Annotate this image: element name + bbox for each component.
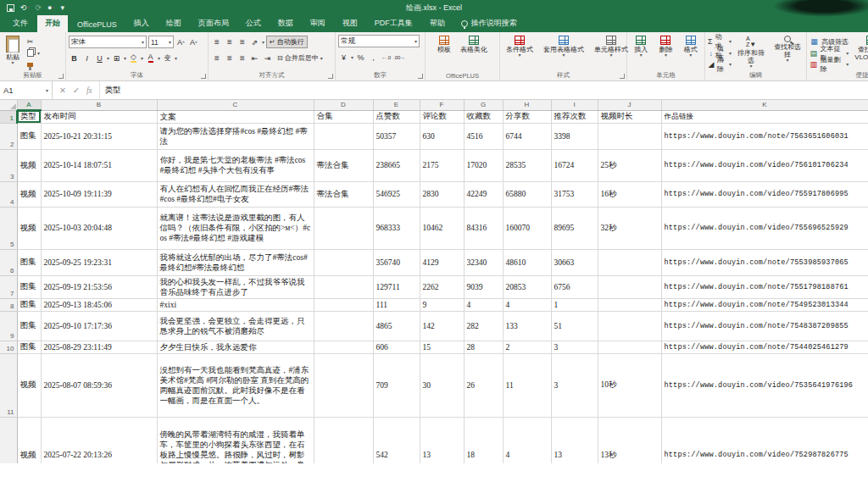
col-header-D[interactable]: D	[314, 100, 373, 110]
cell-C1[interactable]: 文案	[157, 110, 314, 123]
cell-D5[interactable]	[314, 207, 373, 249]
cell-J2[interactable]	[598, 123, 661, 149]
cell-D3[interactable]: 蒂法合集	[314, 149, 373, 181]
cell-A2[interactable]: 图集	[17, 123, 41, 149]
cell-styles-button[interactable]: 单元格样式▾	[591, 35, 632, 71]
cell-B12[interactable]: 2025-07-22 20:13:26	[41, 417, 157, 463]
row-header-4[interactable]: 4	[0, 181, 17, 207]
cell-H1[interactable]: 分享数	[503, 110, 551, 123]
align-left-icon[interactable]: ≡	[211, 52, 222, 64]
cell-K7[interactable]: https://www.douyin.com/note/755179818876…	[661, 275, 868, 298]
cell-G6[interactable]: 32340	[464, 249, 503, 275]
cell-A5[interactable]: 视频	[17, 207, 41, 249]
cell-E6[interactable]: 356740	[373, 249, 420, 275]
cell-I8[interactable]: 1	[551, 298, 598, 311]
cell-J1[interactable]: 视频时长	[598, 110, 661, 123]
align-middle-icon[interactable]: ≡	[224, 36, 235, 48]
cell-J7[interactable]	[598, 275, 661, 298]
select-all-corner[interactable]	[0, 100, 17, 110]
conditional-formatting-button[interactable]: 条件格式▾	[503, 35, 537, 71]
increase-indent-icon[interactable]: ⇥	[262, 52, 273, 64]
format-cells-button[interactable]: 格式▾	[681, 35, 701, 71]
cell-D7[interactable]	[314, 275, 373, 298]
cell-C11[interactable]: 没想到有一天我也能看到梵高真迹，#浦东美术馆#梵高 #阿尔勒的卧室 直到在梵高的…	[157, 353, 314, 417]
cell-C8[interactable]: #xixi	[157, 298, 314, 311]
cell-E2[interactable]: 50357	[373, 123, 420, 149]
cell-C10[interactable]: 夕夕生日快乐，我永远爱你	[157, 341, 314, 353]
cell-G12[interactable]: 18	[464, 417, 503, 463]
cell-D9[interactable]	[314, 311, 373, 341]
cell-K5[interactable]: https://www.douyin.com/video/75569652592…	[661, 207, 868, 249]
tab-公式[interactable]: 公式	[238, 15, 269, 32]
cell-I6[interactable]: 30663	[551, 249, 598, 275]
cell-A1[interactable]: 类型	[17, 110, 41, 123]
cell-B8[interactable]: 2025-09-13 18:45:06	[41, 298, 157, 311]
cancel-icon[interactable]: ✕	[59, 86, 66, 95]
col-header-J[interactable]: J	[598, 100, 661, 110]
accounting-format-icon[interactable]: ¥	[338, 51, 349, 64]
cell-B1[interactable]: 发布时间	[41, 110, 157, 123]
col-header-G[interactable]: G	[464, 100, 503, 110]
cell-H11[interactable]: 11	[503, 353, 551, 417]
styles-dialog-launcher[interactable]	[620, 74, 625, 79]
cell-B4[interactable]: 2025-10-09 19:11:39	[41, 181, 157, 207]
italic-button[interactable]: I	[81, 52, 92, 64]
number-format-select[interactable]: 常规▾	[338, 35, 420, 47]
cell-E4[interactable]: 546925	[373, 181, 420, 207]
fill-color-dropdown[interactable]: ▾	[141, 57, 143, 60]
cell-H6[interactable]: 48610	[503, 249, 551, 275]
cell-B9[interactable]: 2025-09-10 17:17:36	[41, 311, 157, 341]
comma-style-icon[interactable]: ,	[368, 51, 379, 64]
tab-视图[interactable]: 视图	[335, 15, 365, 32]
merge-center-button[interactable]: ⊟合并后居中▾	[275, 52, 326, 64]
borders-dropdown[interactable]: ▾	[124, 57, 126, 60]
cell-D11[interactable]	[314, 353, 373, 417]
cell-F12[interactable]: 13	[420, 417, 464, 463]
row-header-10[interactable]: 10	[0, 341, 17, 353]
alignment-dialog-launcher[interactable]	[328, 74, 333, 79]
cell-K6[interactable]: https://www.douyin.com/note/755398593706…	[661, 249, 868, 275]
row-header-6[interactable]: 6	[0, 249, 17, 275]
cell-F4[interactable]: 2830	[420, 181, 464, 207]
cell-G9[interactable]: 282	[464, 311, 503, 341]
format-painter-button[interactable]	[25, 59, 40, 69]
font-color-dropdown[interactable]: ▾	[158, 57, 160, 60]
cell-J11[interactable]: 10秒	[598, 353, 661, 417]
row-header-5[interactable]: 5	[0, 207, 17, 249]
orientation-icon[interactable]: ⇗	[249, 36, 260, 48]
cell-C12[interactable]: 傍晚的风带着湖湾特有的咸湿，我骑着单车，车筐里的小狗探着头东张西望，在石板路上慢…	[157, 417, 314, 463]
cell-F11[interactable]: 30	[420, 353, 464, 417]
phonetic-guide-button[interactable]: 变	[162, 52, 173, 64]
cell-I12[interactable]: 13	[551, 417, 598, 463]
name-box[interactable]: A1▾	[0, 81, 53, 99]
phonetic-dropdown[interactable]: ▾	[175, 57, 177, 60]
cell-C2[interactable]: 请为您的蒂法选择穿搭#cos #最终幻想 #蒂法	[157, 123, 314, 149]
increase-font-icon[interactable]: A˄	[175, 36, 186, 48]
tab-审阅[interactable]: 审阅	[303, 15, 333, 32]
cell-E11[interactable]: 709	[373, 353, 420, 417]
cell-F10[interactable]: 15	[420, 341, 464, 353]
row-header-9[interactable]: 9	[0, 311, 17, 341]
font-name-select[interactable]: 宋体▾	[69, 36, 147, 48]
tab-帮助[interactable]: 帮助	[422, 15, 453, 32]
cell-H7[interactable]: 20853	[503, 275, 551, 298]
cell-K10[interactable]: https://www.douyin.com/note/754402546127…	[661, 341, 868, 353]
tab-数据[interactable]: 数据	[270, 15, 301, 32]
number-dialog-launcher[interactable]	[418, 74, 423, 79]
insert-cells-button[interactable]: 插入▾	[631, 35, 651, 71]
col-header-I[interactable]: I	[551, 100, 598, 110]
cell-J10[interactable]	[598, 341, 661, 353]
cell-A4[interactable]: 视频	[17, 181, 41, 207]
percent-style-icon[interactable]: %	[355, 51, 366, 64]
align-right-icon[interactable]: ≡	[236, 52, 248, 64]
name-box-dropdown-icon[interactable]: ▾	[46, 89, 48, 92]
cell-A6[interactable]: 图集	[17, 249, 41, 275]
copy-button[interactable]: ▾	[25, 48, 40, 58]
tell-me-search[interactable]: 操作说明搜索	[454, 15, 524, 32]
row-header-7[interactable]: 7	[0, 275, 17, 298]
tab-OfficePLUS[interactable]: OfficePLUS	[70, 18, 125, 32]
font-size-select[interactable]: 11▾	[148, 36, 174, 48]
cell-H12[interactable]: 4	[503, 417, 551, 463]
cell-H2[interactable]: 6744	[503, 123, 551, 149]
enter-icon[interactable]: ✓	[73, 86, 80, 95]
